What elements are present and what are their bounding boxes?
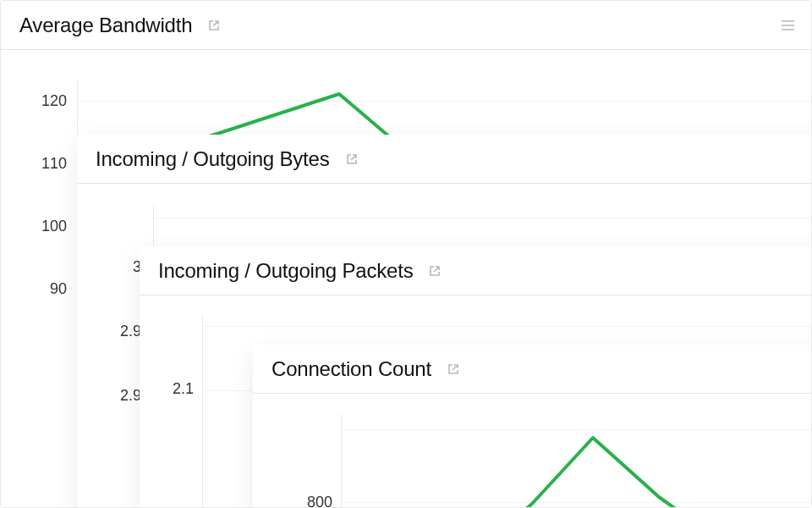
external-link-icon[interactable] xyxy=(345,152,359,166)
card-connection-count: Connection Count 800 xyxy=(253,345,812,508)
card-title: Average Bandwidth xyxy=(19,14,192,37)
card-header: Average Bandwidth xyxy=(1,1,812,50)
card-title: Incoming / Outgoing Bytes xyxy=(96,147,330,171)
conn-line xyxy=(253,394,812,508)
card-header: Incoming / Outgoing Bytes xyxy=(77,135,812,184)
card-title: Incoming / Outgoing Packets xyxy=(158,259,413,283)
dashboard-frame: Average Bandwidth 120 110 100 90 xyxy=(0,0,812,508)
external-link-icon[interactable] xyxy=(207,19,221,32)
menu-icon[interactable] xyxy=(782,20,794,30)
card-header: Incoming / Outgoing Packets xyxy=(140,246,812,295)
chart-body: 800 xyxy=(253,394,812,508)
external-link-icon[interactable] xyxy=(447,362,460,376)
external-link-icon[interactable] xyxy=(428,264,442,278)
card-header: Connection Count xyxy=(253,345,812,394)
card-title: Connection Count xyxy=(272,357,431,381)
